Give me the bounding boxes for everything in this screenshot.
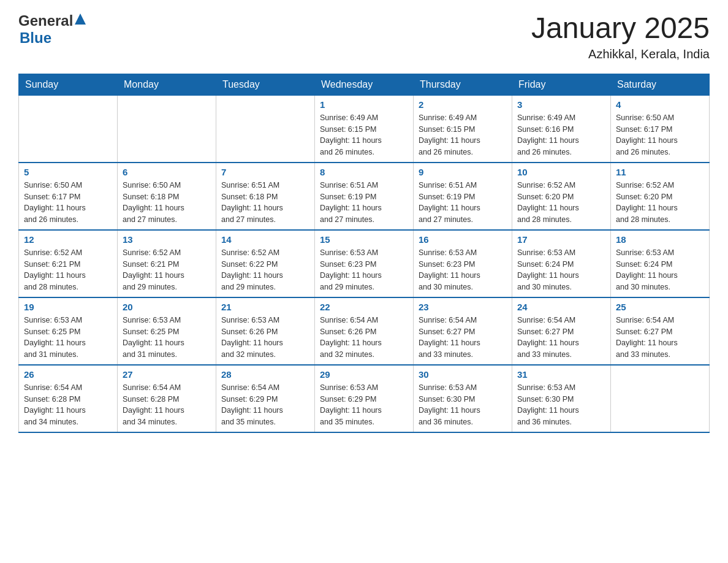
day-info: Sunrise: 6:54 AM Sunset: 6:28 PM Dayligh… xyxy=(123,382,211,428)
cell-week4-day3: 22Sunrise: 6:54 AM Sunset: 6:26 PM Dayli… xyxy=(315,297,414,365)
cell-week3-day3: 15Sunrise: 6:53 AM Sunset: 6:23 PM Dayli… xyxy=(315,230,414,297)
header-saturday: Saturday xyxy=(611,74,710,95)
cell-week5-day5: 31Sunrise: 6:53 AM Sunset: 6:30 PM Dayli… xyxy=(512,365,611,432)
day-info: Sunrise: 6:53 AM Sunset: 6:24 PM Dayligh… xyxy=(616,247,704,293)
day-info: Sunrise: 6:53 AM Sunset: 6:26 PM Dayligh… xyxy=(221,315,309,361)
cell-week2-day3: 8Sunrise: 6:51 AM Sunset: 6:19 PM Daylig… xyxy=(315,163,414,230)
calendar-table: SundayMondayTuesdayWednesdayThursdayFrid… xyxy=(18,74,710,433)
cell-week3-day0: 12Sunrise: 6:52 AM Sunset: 6:21 PM Dayli… xyxy=(19,230,118,297)
day-info: Sunrise: 6:52 AM Sunset: 6:21 PM Dayligh… xyxy=(123,247,211,293)
day-info: Sunrise: 6:51 AM Sunset: 6:18 PM Dayligh… xyxy=(221,180,309,226)
header-friday: Friday xyxy=(512,74,611,95)
logo-blue-text: Blue xyxy=(20,29,51,46)
cell-week1-day6: 4Sunrise: 6:50 AM Sunset: 6:17 PM Daylig… xyxy=(611,95,710,163)
cell-week4-day5: 24Sunrise: 6:54 AM Sunset: 6:27 PM Dayli… xyxy=(512,297,611,365)
cell-week3-day4: 16Sunrise: 6:53 AM Sunset: 6:23 PM Dayli… xyxy=(414,230,512,297)
day-number: 2 xyxy=(419,99,507,110)
day-number: 15 xyxy=(320,234,408,245)
calendar-title: January 2025 xyxy=(531,12,710,45)
day-number: 28 xyxy=(221,369,309,380)
day-number: 12 xyxy=(24,234,112,245)
day-info: Sunrise: 6:54 AM Sunset: 6:27 PM Dayligh… xyxy=(517,315,605,361)
day-info: Sunrise: 6:53 AM Sunset: 6:25 PM Dayligh… xyxy=(123,315,211,361)
cell-week2-day6: 11Sunrise: 6:52 AM Sunset: 6:20 PM Dayli… xyxy=(611,163,710,230)
header-row: SundayMondayTuesdayWednesdayThursdayFrid… xyxy=(19,74,710,95)
cell-week2-day4: 9Sunrise: 6:51 AM Sunset: 6:19 PM Daylig… xyxy=(414,163,512,230)
day-info: Sunrise: 6:54 AM Sunset: 6:29 PM Dayligh… xyxy=(221,382,309,428)
cell-week4-day4: 23Sunrise: 6:54 AM Sunset: 6:27 PM Dayli… xyxy=(414,297,512,365)
cell-week5-day0: 26Sunrise: 6:54 AM Sunset: 6:28 PM Dayli… xyxy=(19,365,118,432)
calendar-body: 1Sunrise: 6:49 AM Sunset: 6:15 PM Daylig… xyxy=(19,95,710,432)
calendar-subtitle: Azhikkal, Kerala, India xyxy=(531,47,710,61)
day-number: 21 xyxy=(221,302,309,312)
cell-week2-day1: 6Sunrise: 6:50 AM Sunset: 6:18 PM Daylig… xyxy=(118,163,216,230)
day-info: Sunrise: 6:53 AM Sunset: 6:23 PM Dayligh… xyxy=(320,247,408,293)
header-sunday: Sunday xyxy=(19,74,118,95)
calendar-header: SundayMondayTuesdayWednesdayThursdayFrid… xyxy=(19,74,710,95)
day-info: Sunrise: 6:53 AM Sunset: 6:24 PM Dayligh… xyxy=(517,247,605,293)
week-row-4: 19Sunrise: 6:53 AM Sunset: 6:25 PM Dayli… xyxy=(19,297,710,365)
day-info: Sunrise: 6:53 AM Sunset: 6:29 PM Dayligh… xyxy=(320,382,408,428)
day-number: 14 xyxy=(221,234,309,245)
cell-week3-day2: 14Sunrise: 6:52 AM Sunset: 6:22 PM Dayli… xyxy=(216,230,315,297)
day-number: 10 xyxy=(517,167,605,177)
header-monday: Monday xyxy=(118,74,216,95)
cell-week1-day2 xyxy=(216,95,315,163)
cell-week5-day6 xyxy=(611,365,710,432)
cell-week4-day6: 25Sunrise: 6:54 AM Sunset: 6:27 PM Dayli… xyxy=(611,297,710,365)
week-row-2: 5Sunrise: 6:50 AM Sunset: 6:17 PM Daylig… xyxy=(19,163,710,230)
day-number: 29 xyxy=(320,369,408,380)
week-row-3: 12Sunrise: 6:52 AM Sunset: 6:21 PM Dayli… xyxy=(19,230,710,297)
cell-week2-day5: 10Sunrise: 6:52 AM Sunset: 6:20 PM Dayli… xyxy=(512,163,611,230)
day-info: Sunrise: 6:53 AM Sunset: 6:30 PM Dayligh… xyxy=(419,382,507,428)
cell-week5-day1: 27Sunrise: 6:54 AM Sunset: 6:28 PM Dayli… xyxy=(118,365,216,432)
header-tuesday: Tuesday xyxy=(216,74,315,95)
day-number: 24 xyxy=(517,302,605,312)
day-info: Sunrise: 6:54 AM Sunset: 6:28 PM Dayligh… xyxy=(24,382,112,428)
day-number: 17 xyxy=(517,234,605,245)
day-info: Sunrise: 6:53 AM Sunset: 6:23 PM Dayligh… xyxy=(419,247,507,293)
day-number: 30 xyxy=(419,369,507,380)
calendar-title-block: January 2025 Azhikkal, Kerala, India xyxy=(531,12,710,61)
day-number: 11 xyxy=(616,167,704,177)
logo: General Blue xyxy=(18,12,86,47)
cell-week3-day5: 17Sunrise: 6:53 AM Sunset: 6:24 PM Dayli… xyxy=(512,230,611,297)
cell-week3-day6: 18Sunrise: 6:53 AM Sunset: 6:24 PM Dayli… xyxy=(611,230,710,297)
day-number: 4 xyxy=(616,99,704,110)
cell-week2-day2: 7Sunrise: 6:51 AM Sunset: 6:18 PM Daylig… xyxy=(216,163,315,230)
day-number: 19 xyxy=(24,302,112,312)
day-number: 9 xyxy=(419,167,507,177)
cell-week3-day1: 13Sunrise: 6:52 AM Sunset: 6:21 PM Dayli… xyxy=(118,230,216,297)
day-info: Sunrise: 6:51 AM Sunset: 6:19 PM Dayligh… xyxy=(419,180,507,226)
cell-week1-day0 xyxy=(19,95,118,163)
week-row-5: 26Sunrise: 6:54 AM Sunset: 6:28 PM Dayli… xyxy=(19,365,710,432)
day-info: Sunrise: 6:54 AM Sunset: 6:27 PM Dayligh… xyxy=(419,315,507,361)
cell-week5-day3: 29Sunrise: 6:53 AM Sunset: 6:29 PM Dayli… xyxy=(315,365,414,432)
day-info: Sunrise: 6:53 AM Sunset: 6:25 PM Dayligh… xyxy=(24,315,112,361)
day-info: Sunrise: 6:52 AM Sunset: 6:20 PM Dayligh… xyxy=(616,180,704,226)
cell-week4-day2: 21Sunrise: 6:53 AM Sunset: 6:26 PM Dayli… xyxy=(216,297,315,365)
day-number: 31 xyxy=(517,369,605,380)
day-info: Sunrise: 6:49 AM Sunset: 6:15 PM Dayligh… xyxy=(419,112,507,158)
day-number: 7 xyxy=(221,167,309,177)
day-number: 18 xyxy=(616,234,704,245)
day-number: 6 xyxy=(123,167,211,177)
cell-week4-day1: 20Sunrise: 6:53 AM Sunset: 6:25 PM Dayli… xyxy=(118,297,216,365)
day-info: Sunrise: 6:52 AM Sunset: 6:21 PM Dayligh… xyxy=(24,247,112,293)
cell-week1-day5: 3Sunrise: 6:49 AM Sunset: 6:16 PM Daylig… xyxy=(512,95,611,163)
day-number: 8 xyxy=(320,167,408,177)
day-number: 25 xyxy=(616,302,704,312)
day-info: Sunrise: 6:50 AM Sunset: 6:17 PM Dayligh… xyxy=(24,180,112,226)
cell-week5-day4: 30Sunrise: 6:53 AM Sunset: 6:30 PM Dayli… xyxy=(414,365,512,432)
day-info: Sunrise: 6:50 AM Sunset: 6:17 PM Dayligh… xyxy=(616,112,704,158)
day-number: 3 xyxy=(517,99,605,110)
day-number: 5 xyxy=(24,167,112,177)
day-info: Sunrise: 6:52 AM Sunset: 6:20 PM Dayligh… xyxy=(517,180,605,226)
day-info: Sunrise: 6:52 AM Sunset: 6:22 PM Dayligh… xyxy=(221,247,309,293)
day-info: Sunrise: 6:54 AM Sunset: 6:27 PM Dayligh… xyxy=(616,315,704,361)
header-thursday: Thursday xyxy=(414,74,512,95)
cell-week5-day2: 28Sunrise: 6:54 AM Sunset: 6:29 PM Dayli… xyxy=(216,365,315,432)
cell-week1-day4: 2Sunrise: 6:49 AM Sunset: 6:15 PM Daylig… xyxy=(414,95,512,163)
day-number: 27 xyxy=(123,369,211,380)
day-number: 20 xyxy=(123,302,211,312)
